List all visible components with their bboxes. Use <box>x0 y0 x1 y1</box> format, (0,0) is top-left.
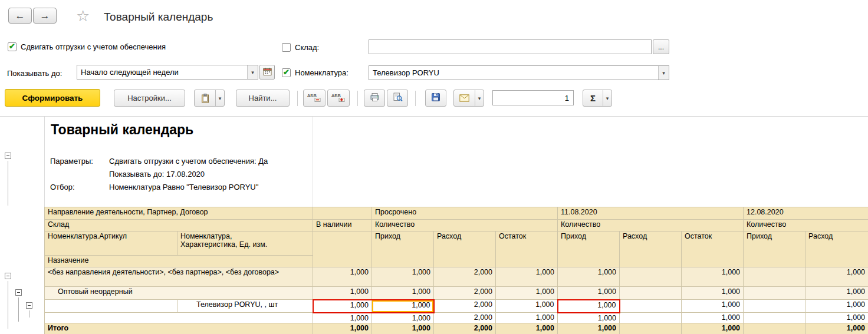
value-cell[interactable] <box>620 313 682 323</box>
nomenclature-combo[interactable]: ▾ <box>369 65 669 80</box>
nomenclature-dropdown-button[interactable]: ▾ <box>658 66 669 80</box>
value-cell[interactable]: 1,000 <box>372 287 434 300</box>
value-cell[interactable] <box>620 300 682 313</box>
warehouse-input[interactable] <box>369 39 652 54</box>
find-button[interactable]: Найти... <box>236 90 290 107</box>
collapse-groups-button[interactable]: АБВ <box>303 90 326 107</box>
header-measure[interactable]: Остаток <box>682 232 744 267</box>
header-empty-cell[interactable] <box>313 207 372 220</box>
value-cell[interactable] <box>620 267 682 287</box>
value-cell[interactable]: 1,000 <box>313 313 372 323</box>
back-button[interactable]: ← <box>8 8 32 24</box>
report-variants-button[interactable]: ▾ <box>194 90 225 107</box>
value-cell[interactable] <box>744 300 805 313</box>
chevron-down-icon[interactable]: ▾ <box>475 90 484 106</box>
value-cell[interactable]: 1,000 <box>313 323 372 334</box>
value-cell[interactable]: 1,000 <box>805 300 868 313</box>
value-cell[interactable]: 1,000 <box>313 267 372 287</box>
value-cell[interactable] <box>744 323 805 334</box>
warehouse-select-button[interactable]: ... <box>653 39 669 54</box>
sum-button[interactable]: Σ ▾ <box>583 90 612 107</box>
print-preview-button[interactable] <box>387 90 408 107</box>
save-button[interactable] <box>425 90 446 107</box>
row-label-cell[interactable] <box>45 313 313 323</box>
value-cell[interactable]: 1,000 <box>805 267 868 287</box>
header-nomenclature[interactable]: Номенклатура, Характеристика, Ед. изм. <box>177 232 313 256</box>
value-cell[interactable]: 2,000 <box>434 313 496 323</box>
value-cell[interactable]: 1,000 <box>496 287 558 300</box>
value-cell[interactable]: 1,000 <box>372 323 434 334</box>
row-label-cell[interactable]: Итого <box>45 323 313 334</box>
print-button[interactable] <box>364 90 385 107</box>
value-cell[interactable] <box>620 323 682 334</box>
header-measure[interactable]: Остаток <box>496 232 558 267</box>
header-purpose[interactable]: Назначение <box>45 256 313 267</box>
value-cell[interactable]: 1,000 <box>805 287 868 300</box>
header-warehouse[interactable]: Склад <box>45 220 313 232</box>
header-measure[interactable]: Приход <box>744 232 805 267</box>
value-cell[interactable]: 1,000 <box>805 313 868 323</box>
value-cell[interactable]: 1,000 <box>372 300 434 313</box>
warehouse-checkbox[interactable]: Склад: <box>282 43 319 52</box>
nomenclature-input-field[interactable] <box>369 66 658 80</box>
header-article[interactable]: Номенклатура.Артикул <box>45 232 177 256</box>
generate-button[interactable]: Сформировать <box>5 89 100 107</box>
header-measure[interactable]: Расход <box>620 232 682 267</box>
value-cell[interactable] <box>744 313 805 323</box>
chevron-down-icon[interactable]: ▾ <box>603 90 611 106</box>
value-cell[interactable]: 1,000 <box>682 313 744 323</box>
value-cell[interactable]: 1,000 <box>496 313 558 323</box>
show-until-combo[interactable]: ▾ <box>77 65 258 80</box>
header-measure[interactable]: Приход <box>558 232 620 267</box>
group-collapse-button[interactable] <box>5 273 11 279</box>
header-measure[interactable]: Расход <box>805 232 868 267</box>
value-cell[interactable]: 1,000 <box>682 267 744 287</box>
value-cell[interactable]: 1,000 <box>682 287 744 300</box>
header-quantity[interactable]: Количество <box>558 220 744 232</box>
value-cell[interactable]: 1,000 <box>496 300 558 313</box>
header-empty-cell[interactable] <box>313 232 372 267</box>
value-cell[interactable]: 1,000 <box>496 267 558 287</box>
value-cell[interactable]: 2,000 <box>434 287 496 300</box>
value-cell[interactable]: 2,000 <box>434 267 496 287</box>
value-cell[interactable]: 1,000 <box>682 300 744 313</box>
header-group-overdue[interactable]: Просрочено <box>372 207 558 220</box>
row-label-cell[interactable]: <без направления деятельности>, <без пар… <box>45 267 313 287</box>
header-quantity[interactable]: Количество <box>744 220 868 232</box>
counter-input[interactable] <box>493 91 573 105</box>
calendar-button[interactable] <box>259 65 275 80</box>
forward-button[interactable]: → <box>33 8 57 24</box>
chevron-down-icon[interactable]: ▾ <box>215 90 224 106</box>
value-cell[interactable]: 1,000 <box>805 323 868 334</box>
group-collapse-button[interactable] <box>5 153 11 159</box>
value-cell[interactable]: 1,000 <box>372 313 434 323</box>
value-cell[interactable]: 1,000 <box>558 287 620 300</box>
send-email-button[interactable]: ▾ <box>453 90 484 107</box>
show-until-input-field[interactable] <box>77 65 247 79</box>
value-cell[interactable]: 1,000 <box>558 313 620 323</box>
row-label-cell[interactable] <box>45 300 177 313</box>
header-in-stock[interactable]: В наличии <box>313 220 372 232</box>
group-collapse-button[interactable] <box>15 289 22 296</box>
value-cell[interactable]: 2,000 <box>434 323 496 334</box>
row-label-cell[interactable]: Оптовый неордерный <box>45 287 313 300</box>
warehouse-input-field[interactable] <box>369 40 651 54</box>
settings-button[interactable]: Настройки... <box>114 90 185 107</box>
value-cell[interactable]: 1,000 <box>558 323 620 334</box>
value-cell[interactable]: 1,000 <box>313 287 372 300</box>
show-until-dropdown-button[interactable]: ▾ <box>247 65 258 79</box>
value-cell[interactable]: 2,000 <box>434 300 496 313</box>
value-cell[interactable]: 1,000 <box>496 323 558 334</box>
value-cell[interactable]: 1,000 <box>313 300 372 313</box>
header-group-date-2[interactable]: 12.08.2020 <box>744 207 868 220</box>
value-cell[interactable]: 1,000 <box>372 267 434 287</box>
nomenclature-checkbox[interactable]: ✔ Номенклатура: <box>282 68 348 77</box>
value-cell[interactable]: 1,000 <box>558 267 620 287</box>
shift-shipments-checkbox[interactable]: ✔ Сдвигать отгрузки с учетом обеспечения <box>8 42 166 51</box>
value-cell[interactable]: 1,000 <box>682 323 744 334</box>
value-cell[interactable] <box>620 287 682 300</box>
counter-field[interactable] <box>492 90 574 105</box>
favorites-star-icon[interactable]: ☆ <box>76 8 90 24</box>
header-quantity[interactable]: Количество <box>372 220 558 232</box>
header-measure[interactable]: Расход <box>434 232 496 267</box>
